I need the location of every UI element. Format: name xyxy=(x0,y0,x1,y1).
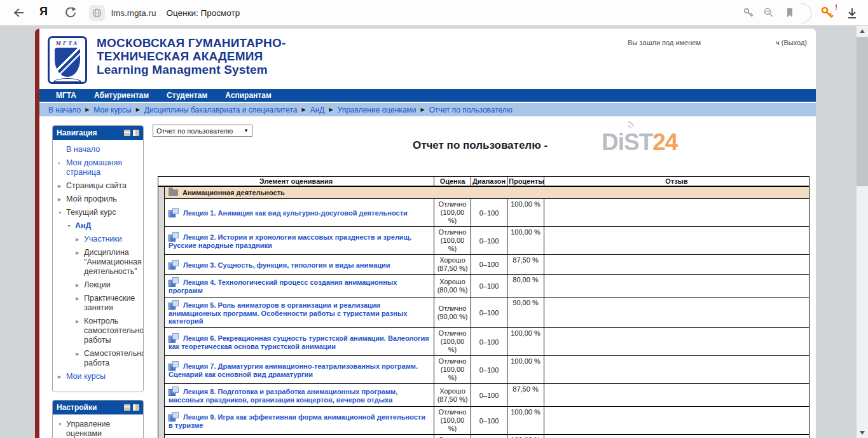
activity-link[interactable]: Лекция 2. История и хронология массовых … xyxy=(169,233,411,249)
navigation-tree-item[interactable]: Мой профиль xyxy=(55,195,141,204)
navigation-tree-item[interactable]: В начало xyxy=(55,145,141,154)
range-cell: 0–100 xyxy=(471,328,507,356)
yandex-browser-logo[interactable]: Я xyxy=(39,5,48,18)
tree-toggle-icon[interactable] xyxy=(58,181,66,191)
settings-tree-item[interactable]: Управление оценками xyxy=(55,420,141,438)
tree-toggle-icon[interactable] xyxy=(76,294,84,303)
tree-toggle-icon[interactable] xyxy=(58,208,66,217)
tree-toggle-icon[interactable] xyxy=(58,372,66,381)
password-extension-button[interactable]: ! xyxy=(820,5,835,20)
activity-link[interactable]: Лекция 1. Анимация как вид культурно-дос… xyxy=(183,209,408,217)
block-dock-icon[interactable] xyxy=(133,404,139,411)
range-cell: 0–100 xyxy=(471,255,507,275)
activity-link[interactable]: Лекция 4. Технологический процесс создан… xyxy=(169,278,397,294)
zoom-page-button[interactable] xyxy=(762,6,775,19)
percent-cell: 100,00 % xyxy=(507,407,544,435)
navigation-tree-item[interactable]: Самостоятельная работа xyxy=(55,349,141,368)
site-globe-icon xyxy=(89,5,105,21)
breadcrumb-link[interactable]: Отчет по пользователю xyxy=(429,106,513,114)
navigation-tree-item[interactable]: Мои курсы xyxy=(55,372,141,381)
navigation-tree-item[interactable]: Текущий курс xyxy=(55,208,141,217)
report-type-select[interactable]: Отчет по пользователю ▼ xyxy=(153,125,252,137)
navigation-tree-item[interactable]: Участники xyxy=(55,235,141,244)
percent-cell: 100,00 % xyxy=(507,356,544,384)
activity-link[interactable]: Лекция 7. Драматургия анимационно-театра… xyxy=(169,362,418,378)
tree-toggle-icon[interactable] xyxy=(76,235,84,244)
site-title-line2: ТЕХНИЧЕСКАЯ АКАДЕМИЯ xyxy=(97,50,286,63)
scrollbar-thumb[interactable] xyxy=(857,37,868,186)
navigation-tree-item[interactable]: Страницы сайта xyxy=(55,181,141,191)
grade-item-cell: Лекция 1. Анимация как вид культурно-дос… xyxy=(165,199,434,227)
address-bar[interactable]: lms.mgta.ru Оценки: Просмотр xyxy=(89,4,240,22)
feedback-cell xyxy=(544,298,809,328)
activity-module-icon xyxy=(169,232,179,242)
breadcrumb-link[interactable]: Мои курсы xyxy=(93,106,131,114)
tree-toggle-icon[interactable] xyxy=(76,317,84,326)
password-manager-button[interactable] xyxy=(742,6,755,19)
navigation-tree-item[interactable]: Контроль самостоятельной работы xyxy=(55,317,141,345)
block-dock-icon[interactable] xyxy=(133,130,139,136)
block-collapse-icon[interactable] xyxy=(124,130,130,136)
feedback-cell xyxy=(544,275,809,298)
page-heading: Отчет по пользователю - xyxy=(223,139,738,152)
tree-toggle-icon[interactable] xyxy=(58,420,66,429)
page-scrollbar[interactable] xyxy=(857,26,868,438)
tree-toggle-icon[interactable] xyxy=(76,280,84,290)
navigation-tree-item[interactable]: Моя домашняя страница xyxy=(55,158,141,177)
tree-toggle-icon[interactable] xyxy=(76,248,84,257)
breadcrumb-link[interactable]: АнД xyxy=(310,106,325,114)
grade-item-cell: Лекция 2. История и хронология массовых … xyxy=(165,227,434,255)
top-menu-item[interactable]: Абитуриентам xyxy=(94,91,149,100)
tree-toggle-icon[interactable] xyxy=(76,349,84,359)
grade-item-row: Лекция 8. Подготовка и разработка анимац… xyxy=(158,384,809,407)
feedback-cell xyxy=(544,199,809,227)
top-menu-item[interactable]: Аспирантам xyxy=(225,91,272,100)
scroll-up-icon[interactable] xyxy=(860,29,865,33)
tree-toggle-icon[interactable] xyxy=(67,221,75,231)
activity-link[interactable]: Лекция 5. Роль аниматоров в организации … xyxy=(169,301,408,325)
tree-toggle-icon[interactable] xyxy=(58,195,66,204)
range-cell: 0–100 xyxy=(471,435,507,438)
browser-toolbar: Я lms.mgta.ru Оценки: Просмотр ! xyxy=(0,0,868,26)
navigation-block: Навигация В начало Моя домашняя страница xyxy=(52,125,144,392)
tree-toggle-icon[interactable] xyxy=(58,158,66,168)
category-indent xyxy=(158,186,165,438)
activity-link[interactable]: Лекция 3. Сущность, функция, типология и… xyxy=(183,261,390,269)
column-header: Отзыв xyxy=(544,177,809,187)
downloads-button[interactable] xyxy=(845,6,859,20)
block-collapse-icon[interactable] xyxy=(124,404,130,411)
breadcrumb-link[interactable]: Дисциплины бакалавриата и специалитета xyxy=(144,106,298,114)
bookmark-button[interactable] xyxy=(784,6,796,19)
breadcrumb-link[interactable]: В начало xyxy=(48,106,81,114)
feedback-cell xyxy=(544,384,809,407)
grade-item-row: Итоговое тестирование Отлично (100,00 %)… xyxy=(158,435,809,438)
activity-link[interactable]: Лекция 9. Игра как эффективная форма ани… xyxy=(169,413,425,429)
breadcrumb-link[interactable]: Управление оценками xyxy=(338,106,417,114)
logout-link[interactable]: ч (Выход) xyxy=(776,39,807,46)
activity-link[interactable]: Лекция 8. Подготовка и разработка анимац… xyxy=(169,388,397,404)
grade-cell: Отлично (100,00 %) xyxy=(434,328,471,356)
navigation-tree-item[interactable]: Дисциплина "Анимационная деятельность" xyxy=(55,248,141,277)
reload-button[interactable] xyxy=(64,6,78,20)
scroll-down-icon[interactable] xyxy=(860,431,865,435)
activity-link[interactable]: Лекция 6. Рекреационная сущность туристс… xyxy=(169,334,429,350)
back-button[interactable] xyxy=(11,6,25,20)
grade-cell: Отлично (90,00 %) xyxy=(434,298,471,328)
top-menu-item[interactable]: Студентам xyxy=(167,91,207,100)
grade-cell: Отлично (100,00 %) xyxy=(434,407,471,435)
column-header: Оценка xyxy=(434,177,471,187)
navigation-tree-item[interactable]: Практические занятия xyxy=(55,294,141,313)
range-cell: 0–100 xyxy=(471,227,507,255)
settings-block-title: Настройки xyxy=(57,403,97,412)
navigation-tree-item[interactable]: Лекции xyxy=(55,280,141,290)
navigation-tree-item[interactable]: АнД xyxy=(55,221,141,231)
academy-crest-ribbon xyxy=(53,78,81,82)
grade-item-cell: Лекция 7. Драматургия анимационно-театра… xyxy=(165,356,434,384)
range-cell: 0–100 xyxy=(471,407,507,435)
download-icon xyxy=(845,6,859,20)
top-menu-item[interactable]: МГТА xyxy=(56,91,76,100)
grade-cell: Хорошо (87,50 %) xyxy=(434,384,471,407)
range-cell: 0–100 xyxy=(471,298,507,328)
url-text: lms.mgta.ru xyxy=(111,8,156,18)
site-title-line3: Learning Managment System xyxy=(97,63,286,76)
